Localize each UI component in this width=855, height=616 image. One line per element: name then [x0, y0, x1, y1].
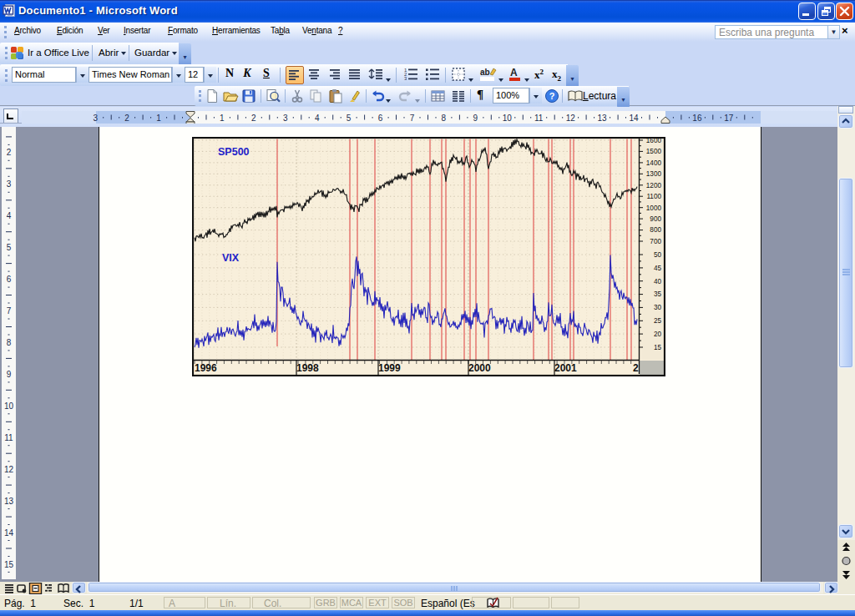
svg-text:5: 5 [347, 114, 352, 123]
svg-text:3: 3 [404, 76, 407, 81]
svg-text:1996: 1996 [195, 362, 217, 374]
svg-text:7: 7 [7, 306, 12, 316]
svg-text:7: 7 [410, 114, 415, 123]
svg-text:8: 8 [442, 114, 447, 123]
svg-text:11: 11 [534, 114, 544, 123]
svg-text:35: 35 [654, 290, 662, 298]
svg-text:16: 16 [692, 114, 702, 123]
svg-text:8: 8 [7, 338, 12, 347]
svg-text:13: 13 [4, 497, 14, 506]
svg-text:9: 9 [7, 370, 12, 379]
svg-text:700: 700 [650, 238, 661, 245]
svg-text:SP500: SP500 [218, 146, 250, 158]
svg-text:VIX: VIX [222, 252, 240, 264]
svg-text:4: 4 [7, 211, 12, 220]
svg-text:10: 10 [503, 114, 513, 123]
svg-text:17: 17 [724, 114, 734, 123]
svg-text:14: 14 [4, 528, 14, 538]
svg-text:6: 6 [378, 114, 383, 123]
svg-text:15: 15 [654, 344, 662, 351]
svg-text:1100: 1100 [646, 193, 661, 200]
svg-text:4: 4 [315, 114, 320, 123]
svg-text:2: 2 [251, 114, 256, 123]
svg-text:800: 800 [650, 226, 661, 234]
svg-text:10: 10 [4, 401, 14, 411]
svg-text:1200: 1200 [646, 182, 662, 189]
svg-text:2: 2 [7, 148, 12, 157]
svg-text:1500: 1500 [646, 148, 662, 155]
svg-text:3: 3 [93, 114, 98, 123]
svg-text:1: 1 [156, 114, 161, 123]
svg-text:40: 40 [654, 278, 662, 285]
svg-text:A: A [510, 67, 518, 78]
svg-text:1300: 1300 [646, 170, 662, 178]
svg-text:11: 11 [4, 433, 13, 442]
svg-text:6: 6 [7, 275, 12, 284]
svg-text:2001: 2001 [554, 362, 577, 374]
svg-text:9: 9 [473, 114, 478, 123]
svg-text:45: 45 [654, 265, 662, 272]
svg-text:1: 1 [220, 114, 225, 123]
svg-text:30: 30 [654, 304, 662, 311]
svg-text:25: 25 [654, 317, 662, 325]
svg-text:12: 12 [566, 114, 576, 123]
svg-text:1999: 1999 [378, 362, 401, 374]
svg-text:1400: 1400 [646, 159, 662, 167]
svg-text:2: 2 [633, 362, 639, 374]
svg-text:50: 50 [654, 251, 662, 259]
svg-text:ab: ab [480, 68, 490, 77]
svg-text:2000: 2000 [468, 362, 491, 374]
svg-text:1000: 1000 [646, 204, 662, 212]
svg-text:12: 12 [4, 465, 14, 474]
svg-text:20: 20 [654, 331, 662, 338]
svg-text:?: ? [549, 91, 555, 101]
svg-text:13: 13 [598, 114, 608, 123]
svg-text:900: 900 [650, 215, 661, 223]
svg-text:3: 3 [7, 179, 12, 189]
svg-text:1998: 1998 [296, 362, 319, 374]
svg-text:15: 15 [4, 560, 14, 569]
svg-text:2: 2 [124, 114, 129, 123]
svg-text:14: 14 [629, 114, 639, 123]
svg-text:5: 5 [7, 243, 12, 252]
svg-text:3: 3 [283, 114, 288, 123]
